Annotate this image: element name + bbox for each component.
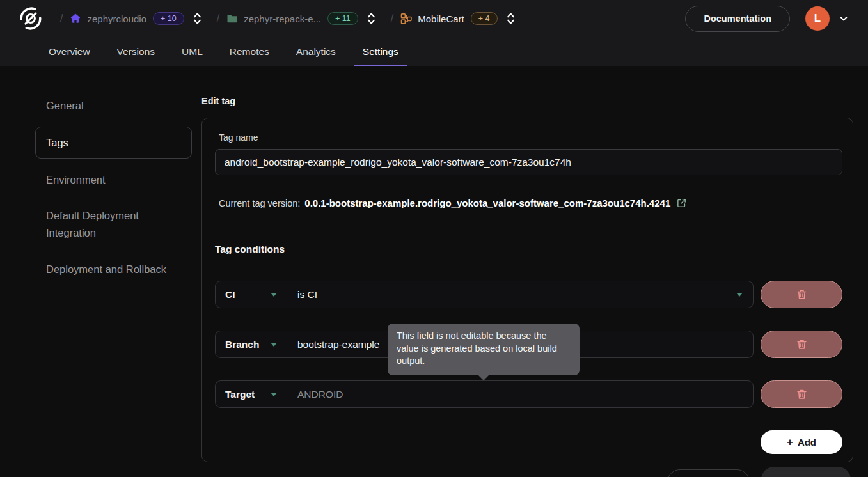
tag-conditions-title: Tag conditions — [215, 244, 842, 255]
breadcrumb-project[interactable]: zephyr-repack-e... — [244, 13, 321, 24]
trash-icon — [796, 338, 808, 350]
trash-icon — [796, 288, 808, 301]
application-switcher-icon[interactable] — [507, 12, 515, 26]
project-count-badge[interactable]: + 11 — [327, 12, 358, 25]
caret-down-icon — [271, 293, 277, 297]
sidebar-item-deployment-and-rollback[interactable]: Deployment and Rollback — [35, 256, 192, 283]
main-area: General Tags Environment Default Deploym… — [0, 66, 868, 476]
page-title: Edit tag — [201, 96, 235, 106]
project-switcher-icon[interactable] — [367, 12, 375, 26]
condition-row-target: Target ANDROID — [215, 380, 842, 408]
condition-field-select-branch[interactable]: Branch — [216, 331, 287, 357]
trash-icon — [796, 388, 808, 400]
add-condition-button[interactable]: + Add — [761, 430, 842, 454]
home-icon — [69, 12, 82, 25]
top-header: / zephyrcloudio + 10 / zephyr-repack-e..… — [0, 0, 868, 66]
documentation-button[interactable]: Documentation — [685, 6, 790, 32]
breadcrumb-separator: / — [391, 13, 393, 24]
tag-name-input[interactable] — [215, 149, 842, 175]
zephyr-logo-icon[interactable] — [18, 6, 43, 31]
delete-condition-button[interactable] — [761, 281, 842, 308]
plus-icon: + — [787, 436, 793, 449]
condition-field-select-ci[interactable]: CI — [216, 281, 287, 308]
tab-overview[interactable]: Overview — [40, 37, 99, 66]
application-count-badge[interactable]: + 4 — [471, 12, 498, 25]
tab-versions[interactable]: Versions — [108, 37, 164, 66]
cancel-button-partial[interactable] — [667, 469, 750, 477]
condition-value-select-ci[interactable]: is CI — [287, 281, 753, 308]
app-nav-tabs: Overview Versions UML Remotes Analytics … — [0, 37, 868, 66]
current-tag-version-line: Current tag version: 0.0.1-bootstrap-exa… — [219, 198, 842, 208]
breadcrumb-separator: / — [60, 13, 63, 24]
breadcrumb: / zephyrcloudio + 10 / zephyr-repack-e..… — [0, 0, 868, 37]
current-tag-version-value: 0.0.1-bootstrap-example.rodrigo_yokota_v… — [304, 198, 670, 208]
caret-down-icon — [271, 393, 277, 396]
sidebar-item-tags[interactable]: Tags — [35, 127, 192, 159]
current-tag-version-label: Current tag version: — [219, 198, 300, 208]
settings-content: Edit tag Tag name Current tag version: 0… — [201, 66, 853, 476]
sidebar-item-general[interactable]: General — [35, 92, 192, 119]
external-link-icon[interactable] — [676, 198, 687, 208]
org-count-badge[interactable]: + 10 — [153, 12, 184, 25]
tab-uml[interactable]: UML — [173, 37, 212, 66]
condition-field-select-target[interactable]: Target — [216, 381, 287, 407]
settings-sidebar: General Tags Environment Default Deploym… — [35, 92, 192, 290]
condition-row-ci: CI is CI — [215, 281, 842, 308]
avatar[interactable]: L — [805, 6, 830, 31]
caret-down-icon — [271, 343, 277, 347]
tag-name-label: Tag name — [219, 132, 842, 143]
tab-settings[interactable]: Settings — [354, 37, 407, 66]
chevron-down-icon[interactable] — [839, 13, 849, 24]
field-not-editable-tooltip: This field is not editable because the v… — [388, 324, 580, 375]
breadcrumb-application[interactable]: MobileCart — [418, 13, 464, 24]
condition-value-input-target: ANDROID — [287, 381, 753, 407]
folder-icon — [226, 12, 239, 25]
tab-analytics[interactable]: Analytics — [287, 37, 345, 66]
sidebar-item-environment[interactable]: Environment — [35, 166, 192, 193]
modules-icon — [400, 12, 413, 25]
breadcrumb-separator: / — [217, 13, 219, 24]
tab-remotes[interactable]: Remotes — [221, 37, 278, 66]
edit-tag-card: Tag name Current tag version: 0.0.1-boot… — [201, 118, 853, 462]
org-switcher-icon[interactable] — [193, 12, 201, 26]
caret-down-icon — [736, 293, 743, 297]
breadcrumb-org[interactable]: zephyrcloudio — [87, 13, 146, 24]
delete-condition-button[interactable] — [761, 331, 842, 358]
save-button-partial[interactable] — [761, 467, 851, 477]
delete-condition-button[interactable] — [761, 380, 842, 408]
sidebar-item-default-deployment-integration[interactable]: Default Deployment Integration — [35, 201, 192, 248]
